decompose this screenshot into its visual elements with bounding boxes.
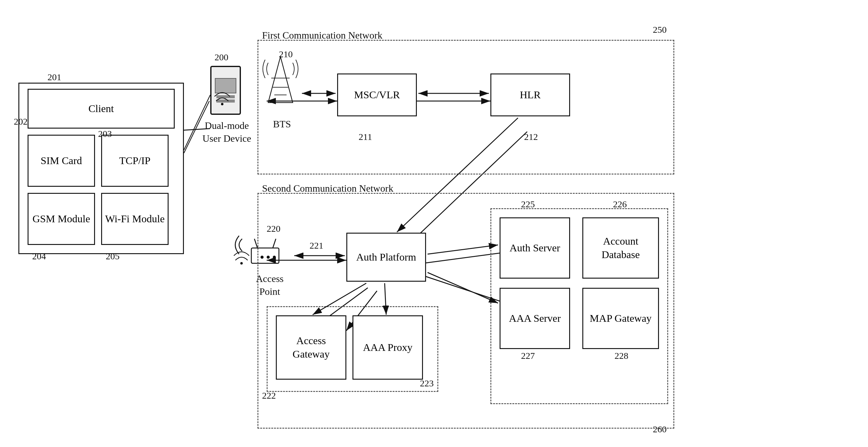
bts-label: BTS xyxy=(267,118,297,131)
ref-228: 228 xyxy=(615,350,628,361)
ref-221: 221 xyxy=(310,240,323,251)
svg-marker-12 xyxy=(268,57,293,103)
svg-point-23 xyxy=(240,262,243,265)
ref-201: 201 xyxy=(48,72,61,82)
wifi-module-box: Wi-Fi Module xyxy=(101,193,168,245)
access-gateway-box: Access Gateway xyxy=(276,315,346,380)
sim-card-label: SIM Card xyxy=(40,154,82,168)
client-label: Client xyxy=(88,102,114,115)
svg-line-17 xyxy=(254,239,257,248)
first-network-label: First Communication Network xyxy=(262,29,415,42)
access-gateway-label: Access Gateway xyxy=(277,334,345,361)
msc-vlr-box: MSC/VLR xyxy=(337,73,417,116)
svg-line-18 xyxy=(273,239,276,248)
aaa-server-box: AAA Server xyxy=(500,288,570,349)
ref-225: 225 xyxy=(521,199,535,209)
ref-222: 222 xyxy=(262,390,276,401)
account-database-box: Account Database xyxy=(582,217,659,279)
auth-server-box: Auth Server xyxy=(500,217,570,279)
ref-202: 202 xyxy=(14,116,28,127)
svg-point-19 xyxy=(260,256,264,259)
access-point-label: Access Point xyxy=(245,273,294,298)
svg-point-21 xyxy=(273,256,276,259)
hlr-box: HLR xyxy=(490,73,570,116)
auth-platform-label: Auth Platform xyxy=(356,250,416,264)
aaa-server-label: AAA Server xyxy=(509,312,561,325)
map-gateway-box: MAP Gateway xyxy=(582,288,659,349)
ref-223: 223 xyxy=(420,378,434,388)
mobile-device-icon xyxy=(210,66,241,115)
bts-tower-icon xyxy=(262,54,299,115)
tcp-ip-label: TCP/IP xyxy=(119,154,151,168)
aaa-proxy-box: AAA Proxy xyxy=(352,315,423,380)
ref-212: 212 xyxy=(524,132,538,142)
ref-204: 204 xyxy=(32,251,46,262)
auth-platform-box: Auth Platform xyxy=(346,233,426,282)
access-point-icon xyxy=(245,233,285,273)
tcp-ip-box: TCP/IP xyxy=(101,135,168,187)
ref-203: 203 xyxy=(98,129,112,139)
svg-point-20 xyxy=(267,256,270,259)
ref-200: 200 xyxy=(215,52,228,63)
wifi-module-label: Wi-Fi Module xyxy=(105,212,164,226)
ref-226: 226 xyxy=(613,199,627,209)
hlr-label: HLR xyxy=(520,88,541,102)
ref-227: 227 xyxy=(521,350,535,361)
account-database-label: Account Database xyxy=(583,235,658,262)
ref-250: 250 xyxy=(653,25,666,35)
ref-211: 211 xyxy=(359,132,372,142)
svg-rect-16 xyxy=(251,248,279,263)
map-gateway-label: MAP Gateway xyxy=(590,312,652,325)
auth-server-label: Auth Server xyxy=(509,241,560,255)
ref-205: 205 xyxy=(106,251,120,262)
gsm-module-label: GSM Module xyxy=(32,212,90,226)
sim-card-box: SIM Card xyxy=(28,135,95,187)
msc-vlr-label: MSC/VLR xyxy=(354,88,400,102)
first-network-box xyxy=(257,40,674,174)
ref-220: 220 xyxy=(267,224,280,234)
gsm-module-box: GSM Module xyxy=(28,193,95,245)
client-box: Client xyxy=(28,89,175,129)
second-network-label: Second Communication Network xyxy=(262,182,434,195)
dual-mode-label: Dual-mode User Device xyxy=(196,119,257,145)
aaa-proxy-label: AAA Proxy xyxy=(363,341,412,354)
